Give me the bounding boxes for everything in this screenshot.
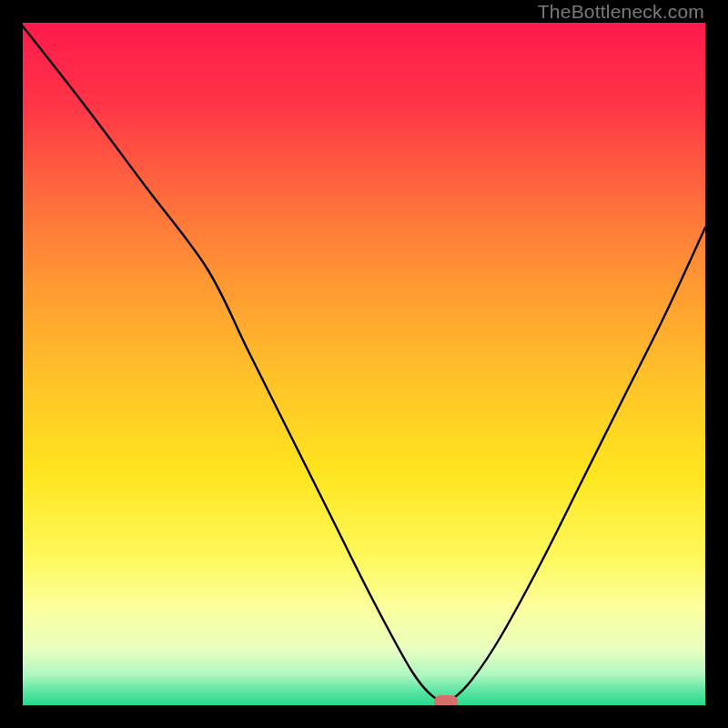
- chart-frame: TheBottleneck.com: [0, 0, 728, 728]
- watermark-text: TheBottleneck.com: [538, 1, 704, 23]
- plot-area: [23, 23, 705, 705]
- bottleneck-curve: [23, 23, 705, 705]
- optimum-marker: [434, 695, 458, 705]
